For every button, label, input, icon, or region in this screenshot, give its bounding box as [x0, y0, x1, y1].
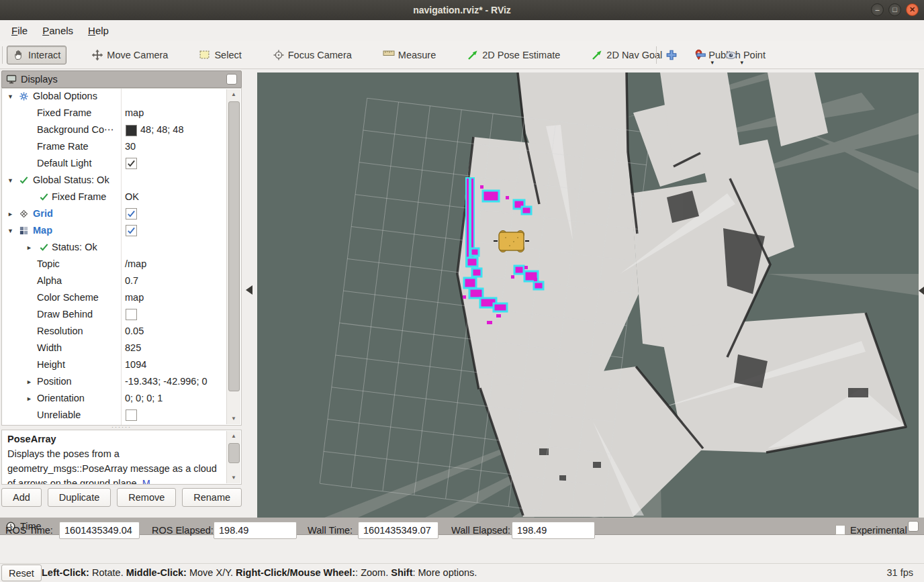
- tool-select[interactable]: Select: [193, 46, 247, 64]
- tree-row-grid[interactable]: ►Grid: [2, 206, 228, 223]
- property-checkbox[interactable]: [126, 409, 137, 421]
- add-display-button[interactable]: Add: [1, 488, 42, 507]
- scrollbar-thumb[interactable]: [228, 101, 240, 391]
- displays-panel-header[interactable]: Displays: [1, 70, 242, 88]
- dropdown-caret-icon[interactable]: ▾: [740, 59, 743, 66]
- tree-row-alpha[interactable]: Alpha0.7: [2, 273, 228, 290]
- property-checkbox[interactable]: [126, 208, 137, 220]
- tree-row-topic[interactable]: Topic/map: [2, 256, 228, 273]
- reset-button[interactable]: Reset: [1, 565, 42, 581]
- tree-row-width[interactable]: Width825: [2, 340, 228, 357]
- maximize-button[interactable]: □: [888, 3, 901, 16]
- property-label: Map: [33, 225, 52, 236]
- scroll-down-icon[interactable]: ▼: [227, 473, 240, 483]
- property-value[interactable]: 0; 0; 0; 1: [125, 393, 163, 403]
- property-value[interactable]: map: [125, 292, 144, 303]
- tree-row-draw-behind[interactable]: Draw Behind: [2, 307, 228, 324]
- property-label: Resolution: [37, 326, 83, 336]
- tree-row-global-options[interactable]: ▼Global Options: [2, 89, 228, 105]
- remove-tool-button[interactable]: ▾: [693, 45, 709, 65]
- tree-row-global-status[interactable]: ▼Global Status: Ok: [2, 173, 228, 189]
- expand-arrow-icon[interactable]: ►: [26, 395, 32, 402]
- property-value[interactable]: 0.7: [125, 275, 138, 286]
- add-tool-button[interactable]: [663, 45, 680, 65]
- rename-display-button[interactable]: Rename: [182, 488, 242, 507]
- menu-help[interactable]: Help: [81, 22, 116, 39]
- ros-elapsed-input[interactable]: 198.49: [214, 522, 297, 539]
- property-label: Background Co⋯: [37, 124, 113, 135]
- wall-elapsed-input[interactable]: 198.49: [512, 522, 595, 539]
- wall-time-input[interactable]: 1601435349.07: [358, 522, 438, 539]
- property-value[interactable]: map: [125, 107, 144, 118]
- scrollbar-thumb[interactable]: [228, 443, 240, 463]
- tree-row-fixed-frame[interactable]: Fixed Framemap: [2, 105, 228, 122]
- dropdown-caret-icon[interactable]: ▾: [710, 59, 714, 66]
- tree-row-map[interactable]: ▼Map: [2, 223, 228, 240]
- scroll-up-icon[interactable]: ▲: [227, 89, 240, 100]
- render-view[interactable]: [257, 72, 919, 518]
- expand-right-panel-icon[interactable]: [919, 287, 924, 295]
- check-icon: [39, 242, 50, 253]
- ros-time-input[interactable]: 1601435349.04: [59, 522, 140, 539]
- tool-interact[interactable]: Interact: [7, 46, 66, 64]
- collapse-arrow-icon[interactable]: ▼: [7, 228, 13, 234]
- tool-visibility-button[interactable]: ▾: [723, 45, 739, 65]
- float-panel-button[interactable]: [226, 74, 237, 85]
- tool-measure[interactable]: Measure: [377, 46, 442, 64]
- property-checkbox[interactable]: [126, 309, 137, 320]
- ruler-icon: [383, 49, 395, 61]
- menu-file[interactable]: File: [4, 22, 35, 39]
- property-value[interactable]: 0.05: [125, 326, 144, 336]
- tree-row-orientation[interactable]: ►Orientation0; 0; 0; 1: [2, 391, 228, 407]
- tree-row-position[interactable]: ►Position-19.343; -42.996; 0: [2, 374, 228, 391]
- property-checkbox[interactable]: [126, 225, 137, 236]
- scroll-up-icon[interactable]: ▲: [227, 431, 240, 442]
- description-text: PoseArrayDisplays the poses from ageomet…: [2, 430, 241, 485]
- description-scrollbar[interactable]: ▲ ▼: [226, 431, 240, 483]
- collapse-left-panel-icon[interactable]: [246, 285, 252, 295]
- property-value[interactable]: 825: [125, 342, 141, 353]
- collapse-arrow-icon[interactable]: ▼: [7, 93, 13, 100]
- tree-row-status-fixed-frame[interactable]: Fixed FrameOK: [2, 189, 228, 206]
- tree-row-map-status[interactable]: ►Status: Ok: [2, 240, 228, 256]
- tree-row-frame-rate[interactable]: Frame Rate30: [2, 139, 228, 156]
- duplicate-display-button[interactable]: Duplicate: [48, 488, 111, 507]
- collapse-arrow-icon[interactable]: ▼: [7, 177, 13, 184]
- menu-panels[interactable]: Panels: [35, 22, 81, 39]
- tree-row-color-scheme[interactable]: Color Schememap: [2, 290, 228, 307]
- experimental-checkbox[interactable]: [835, 525, 845, 535]
- tree-row-resolution[interactable]: Resolution0.05: [2, 324, 228, 340]
- tree-row-background-color[interactable]: Background Co⋯48; 48; 48: [2, 122, 228, 139]
- expand-arrow-icon[interactable]: ►: [7, 211, 13, 217]
- remove-display-button[interactable]: Remove: [117, 488, 176, 507]
- property-value[interactable]: OK: [125, 191, 139, 202]
- description-title: PoseArray: [7, 432, 236, 446]
- scroll-down-icon[interactable]: ▼: [227, 414, 240, 424]
- property-value[interactable]: /map: [125, 258, 146, 269]
- close-button[interactable]: ✕: [906, 3, 919, 16]
- tool-move-camera[interactable]: Move Camera: [85, 46, 174, 64]
- move-arrows-icon: [91, 49, 103, 61]
- tree-scrollbar[interactable]: ▲ ▼: [226, 89, 240, 424]
- expand-arrow-icon[interactable]: ►: [26, 379, 32, 385]
- property-value[interactable]: -19.343; -42.996; 0: [125, 376, 207, 387]
- tree-row-height[interactable]: Height1094: [2, 357, 228, 374]
- property-value[interactable]: 30: [125, 141, 136, 152]
- toolbar-actions: ▾▾: [663, 41, 739, 69]
- expand-arrow-icon[interactable]: ►: [26, 244, 32, 251]
- property-label: Frame Rate: [37, 141, 89, 152]
- eye-icon: [725, 51, 737, 60]
- color-swatch[interactable]: [126, 125, 137, 136]
- tree-row-unreliable[interactable]: Unreliable: [2, 407, 228, 424]
- display-tree[interactable]: ▲ ▼ ▼Global OptionsFixed FramemapBackgro…: [1, 88, 242, 426]
- minimize-button[interactable]: –: [871, 3, 884, 16]
- tool-2d-pose-estimate[interactable]: 2D Pose Estimate: [461, 46, 566, 64]
- display-buttons: AddDuplicateRemoveRename: [1, 488, 242, 507]
- property-checkbox[interactable]: [126, 158, 137, 169]
- tool-focus-camera[interactable]: Focus Camera: [267, 46, 358, 64]
- float-panel-button[interactable]: [908, 521, 919, 532]
- tree-row-default-light[interactable]: Default Light: [2, 156, 228, 173]
- property-value[interactable]: 1094: [125, 359, 146, 370]
- property-value[interactable]: 48; 48; 48: [140, 124, 184, 135]
- more-information-link[interactable]: M: [142, 478, 150, 485]
